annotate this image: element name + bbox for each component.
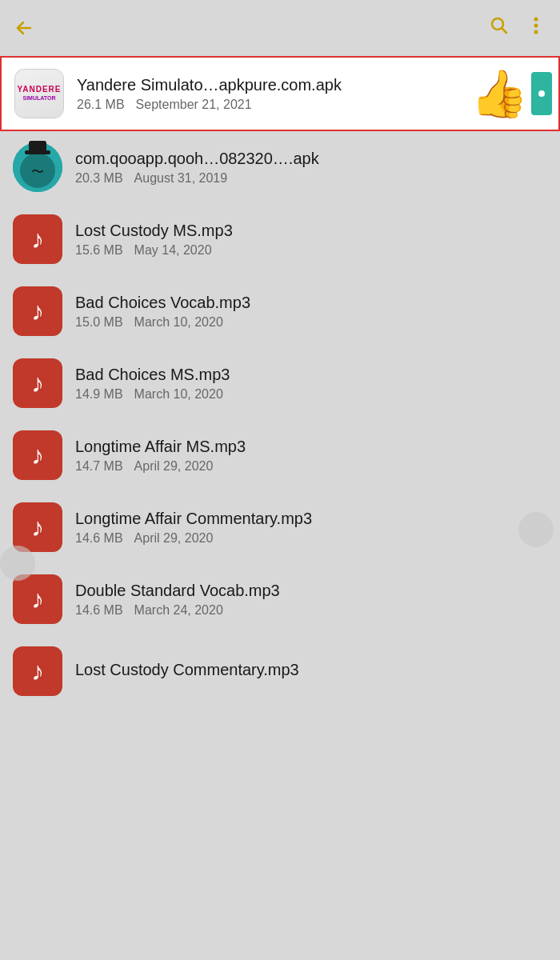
item-metadata: 26.1 MB September 21, 2021 — [77, 98, 546, 112]
music-file-icon: ♪ — [13, 574, 62, 624]
item-date: April 29, 2020 — [134, 459, 214, 474]
list-item[interactable]: ♪ Double Standard Vocab.mp3 14.6 MB Marc… — [0, 563, 560, 635]
music-note-icon: ♪ — [31, 370, 44, 396]
list-item[interactable]: ♪ Lost Custody MS.mp3 15.6 MB May 14, 20… — [0, 203, 560, 275]
item-filename: Double Standard Vocab.mp3 — [75, 582, 547, 600]
item-date: March 10, 2020 — [134, 387, 223, 402]
list-item[interactable]: ♪ Lost Custody Commentary.mp3 — [0, 635, 560, 707]
item-filename: Longtime Affair Commentary.mp3 — [75, 510, 547, 528]
music-note-icon: ♪ — [31, 514, 44, 540]
item-metadata: 14.6 MB March 24, 2020 — [75, 603, 547, 618]
svg-point-3 — [534, 30, 538, 34]
item-filename: Lost Custody Commentary.mp3 — [75, 661, 547, 679]
item-date: March 24, 2020 — [134, 603, 223, 618]
list-item[interactable]: YANDERE SIMULATOR Yandere Simulato…apkpu… — [0, 56, 560, 131]
item-size: 26.1 MB — [77, 98, 125, 112]
item-info: Bad Choices Vocab.mp3 15.0 MB March 10, … — [75, 294, 547, 330]
item-metadata: 14.9 MB March 10, 2020 — [75, 387, 547, 402]
item-size: 20.3 MB — [75, 171, 123, 186]
item-size: 14.9 MB — [75, 387, 123, 402]
list-item[interactable]: ♪ Longtime Affair Commentary.mp3 14.6 MB… — [0, 491, 560, 563]
music-note-icon: ♪ — [31, 226, 44, 252]
music-file-icon: ♪ — [13, 430, 62, 480]
downloads-list: YANDERE SIMULATOR Yandere Simulato…apkpu… — [0, 56, 560, 707]
back-button[interactable] — [13, 17, 35, 39]
item-info: com.qooapp.qooh…082320….apk 20.3 MB Augu… — [75, 150, 547, 186]
item-filename: Yandere Simulato…apkpure.com.apk — [77, 76, 546, 94]
item-info: Lost Custody Commentary.mp3 — [75, 661, 547, 682]
item-date: April 29, 2020 — [134, 531, 214, 546]
item-size: 15.0 MB — [75, 315, 123, 330]
item-metadata: 15.0 MB March 10, 2020 — [75, 315, 547, 330]
search-icon[interactable] — [488, 14, 510, 42]
header — [0, 0, 560, 56]
list-item[interactable]: ♪ Bad Choices MS.mp3 14.9 MB March 10, 2… — [0, 347, 560, 419]
item-size: 15.6 MB — [75, 243, 123, 258]
music-file-icon: ♪ — [13, 646, 62, 696]
list-item[interactable]: ♪ Bad Choices Vocab.mp3 15.0 MB March 10… — [0, 275, 560, 347]
item-metadata: 14.6 MB April 29, 2020 — [75, 531, 547, 546]
item-info: Longtime Affair MS.mp3 14.7 MB April 29,… — [75, 438, 547, 474]
item-filename: Longtime Affair MS.mp3 — [75, 438, 547, 456]
item-date: September 21, 2021 — [136, 98, 252, 112]
item-metadata: 15.6 MB May 14, 2020 — [75, 243, 547, 258]
more-options-icon[interactable] — [525, 14, 547, 42]
item-filename: Lost Custody MS.mp3 — [75, 222, 547, 240]
item-date: March 10, 2020 — [134, 315, 223, 330]
music-note-icon: ♪ — [31, 442, 44, 468]
svg-point-1 — [534, 17, 538, 21]
item-info: Double Standard Vocab.mp3 14.6 MB March … — [75, 582, 547, 618]
item-date: August 31, 2019 — [134, 171, 228, 186]
item-info: Lost Custody MS.mp3 15.6 MB May 14, 2020 — [75, 222, 547, 258]
scroll-indicator — [518, 512, 554, 547]
list-item[interactable]: ♪ Longtime Affair MS.mp3 14.7 MB April 2… — [0, 419, 560, 491]
item-filename: Bad Choices MS.mp3 — [75, 366, 547, 384]
item-info: Bad Choices MS.mp3 14.9 MB March 10, 202… — [75, 366, 547, 402]
music-file-icon: ♪ — [13, 358, 62, 408]
music-file-icon: ♪ — [13, 502, 62, 552]
item-filename: Bad Choices Vocab.mp3 — [75, 294, 547, 312]
item-filename: com.qooapp.qooh…082320….apk — [75, 150, 547, 168]
item-date: May 14, 2020 — [134, 243, 212, 258]
item-metadata: 20.3 MB August 31, 2019 — [75, 171, 547, 186]
qooapp-icon: 〜 — [13, 142, 62, 192]
music-file-icon: ♪ — [13, 286, 62, 336]
item-metadata: 14.7 MB April 29, 2020 — [75, 459, 547, 474]
music-file-icon: ♪ — [13, 214, 62, 264]
item-size: 14.6 MB — [75, 531, 123, 546]
scroll-indicator — [0, 546, 35, 581]
music-note-icon: ♪ — [31, 586, 44, 612]
item-size: 14.6 MB — [75, 603, 123, 618]
music-note-icon: ♪ — [31, 658, 44, 684]
music-note-icon: ♪ — [31, 298, 44, 324]
item-info: Yandere Simulato…apkpure.com.apk 26.1 MB… — [77, 76, 546, 112]
yandere-app-icon: YANDERE SIMULATOR — [14, 69, 64, 118]
item-info: Longtime Affair Commentary.mp3 14.6 MB A… — [75, 510, 547, 546]
svg-point-2 — [534, 23, 538, 27]
list-item[interactable]: 〜 com.qooapp.qooh…082320….apk 20.3 MB Au… — [0, 131, 560, 203]
item-size: 14.7 MB — [75, 459, 123, 474]
